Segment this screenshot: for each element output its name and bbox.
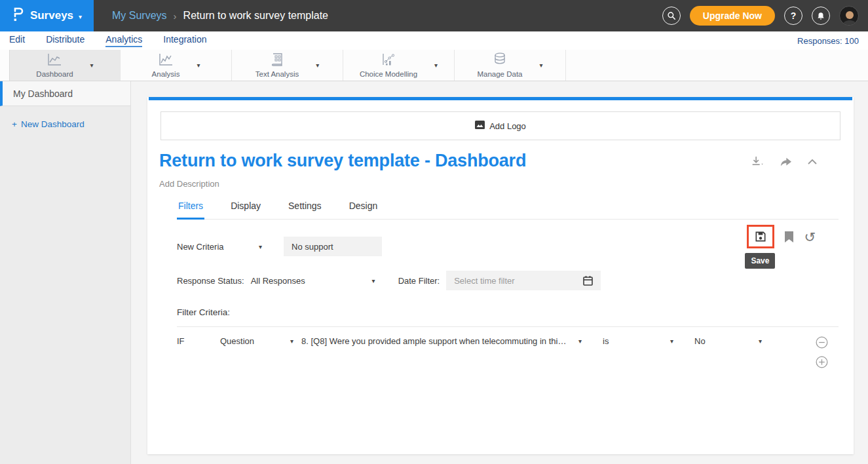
remove-criteria-button[interactable] [816, 336, 828, 349]
bell-icon [816, 11, 825, 21]
tab-design[interactable]: Design [348, 201, 379, 219]
search-icon [667, 11, 676, 20]
add-logo-label: Add Logo [489, 121, 526, 131]
tab-settings[interactable]: Settings [287, 201, 323, 219]
criteria-row-controls [816, 336, 828, 368]
filter-actions: Save ↺ [747, 225, 816, 248]
database-icon [493, 52, 507, 69]
calendar-icon [583, 275, 593, 286]
criteria-type-value: Question [220, 336, 254, 346]
breadcrumb: My Surveys › Return to work survey templ… [112, 10, 328, 22]
page-title: Return to work survey template - Dashboa… [159, 151, 526, 171]
product-switcher[interactable]: Surveys ▾ [0, 0, 94, 31]
card-accent-bar [149, 97, 852, 100]
search-button[interactable] [662, 7, 681, 25]
tab-display[interactable]: Display [229, 201, 262, 219]
toolbar-item-dashboard[interactable]: Dashboard ▾ [9, 50, 121, 81]
plus-icon: + [12, 119, 17, 129]
criteria-operator-value: is [603, 336, 609, 346]
chevron-down-icon[interactable]: ▾ [540, 62, 543, 69]
sidebar-item-my-dashboard[interactable]: My Dashboard [0, 81, 130, 106]
notifications-button[interactable] [812, 7, 830, 25]
date-filter-input[interactable]: Select time filter [446, 271, 601, 290]
main-area: Add Logo Return to work survey template … [131, 81, 868, 464]
nav-item-analytics[interactable]: Analytics [105, 34, 142, 47]
toolbar-item-text-analysis[interactable]: Text Analysis ▾ [232, 50, 343, 81]
top-header: Surveys ▾ My Surveys › Return to work su… [0, 0, 868, 31]
header-actions: Upgrade Now ? [662, 6, 868, 26]
line-chart-icon [158, 53, 174, 69]
download-icon [750, 156, 764, 168]
share-button[interactable] [779, 157, 793, 168]
scatter-chart-icon [381, 53, 396, 69]
breadcrumb-my-surveys[interactable]: My Surveys [112, 10, 167, 22]
plus-circle-icon [816, 356, 828, 368]
chevron-down-icon[interactable]: ▾ [197, 62, 200, 69]
image-icon [475, 120, 485, 132]
add-logo-button[interactable]: Add Logo [160, 111, 840, 140]
chevron-down-icon[interactable]: ▾ [90, 62, 94, 69]
toolbar-item-label: Manage Data [477, 70, 522, 78]
save-button[interactable]: Save [747, 225, 774, 248]
dashboard-card: Add Logo Return to work survey template … [147, 97, 854, 454]
document-grid-icon [270, 53, 284, 69]
toolbar-item-analysis[interactable]: Analysis ▾ [121, 50, 232, 81]
toolbar-item-manage-data-body: Manage Data [477, 52, 522, 78]
chevron-down-icon[interactable]: ▾ [434, 62, 438, 69]
toolbar-item-manage-data[interactable]: Manage Data ▾ [455, 50, 566, 81]
response-status-dropdown[interactable]: All Responses ▾ [251, 276, 375, 286]
upgrade-now-button[interactable]: Upgrade Now [690, 6, 775, 26]
add-description-field[interactable]: Add Description [159, 179, 854, 189]
nav-item-integration[interactable]: Integration [163, 34, 206, 47]
criteria-dropdown[interactable]: New Criteria ▾ [177, 242, 262, 252]
criteria-operator-dropdown[interactable]: is ▾ [603, 336, 673, 346]
criteria-name-input[interactable]: No support [284, 237, 382, 256]
reset-button[interactable]: ↺ [804, 230, 816, 244]
criteria-type-dropdown[interactable]: Question ▾ [220, 336, 293, 346]
breadcrumb-current: Return to work survey template [183, 10, 328, 22]
analytics-toolbar: Dashboard ▾ Analysis ▾ Text Analysis ▾ C… [0, 50, 868, 81]
avatar[interactable] [839, 6, 859, 26]
criteria-row: IF Question ▾ 8. [Q8] Were you provided … [177, 336, 839, 346]
dashboard-tabs: Filters Display Settings Design [177, 201, 839, 220]
collapse-button[interactable] [807, 159, 818, 165]
tab-filters[interactable]: Filters [177, 201, 204, 220]
toolbar-item-label: Text Analysis [255, 70, 299, 78]
chevron-down-icon: ▾ [670, 338, 673, 345]
bookmark-icon [784, 231, 794, 243]
brand-logo-icon [12, 7, 25, 24]
add-criteria-button[interactable] [816, 356, 828, 368]
line-chart-icon [47, 53, 62, 69]
save-icon [754, 230, 767, 243]
responses-count: Responses: 100 [797, 36, 859, 46]
dashboard-sidebar: My Dashboard + New Dashboard [0, 81, 131, 464]
chevron-down-icon[interactable]: ▾ [316, 62, 319, 69]
criteria-value-dropdown[interactable]: No ▾ [694, 336, 762, 346]
survey-section-nav: Edit Distribute Analytics Integration Re… [0, 31, 868, 50]
nav-item-distribute[interactable]: Distribute [46, 34, 85, 47]
share-icon [779, 157, 793, 168]
toolbar-item-label: Dashboard [36, 70, 73, 78]
chevron-up-icon [807, 159, 818, 165]
bookmark-button[interactable] [784, 231, 794, 243]
toolbar-item-choice-modelling[interactable]: Choice Modelling ▾ [343, 50, 455, 81]
criteria-value: No [694, 336, 706, 346]
if-label: IF [177, 336, 220, 346]
toolbar-item-choice-modelling-body: Choice Modelling [360, 53, 417, 78]
question-mark-icon: ? [791, 10, 797, 21]
breadcrumb-separator-icon: › [174, 10, 177, 22]
criteria-dropdown-value: New Criteria [177, 242, 224, 252]
criteria-question-dropdown[interactable]: 8. [Q8] Were you provided ample support … [301, 336, 582, 346]
help-button[interactable]: ? [784, 7, 802, 25]
chevron-down-icon: ▾ [372, 277, 375, 284]
date-filter-label: Date Filter: [398, 276, 440, 286]
toolbar-item-label: Analysis [152, 70, 180, 78]
brand-label: Surveys [30, 9, 73, 22]
toolbar-item-label: Choice Modelling [360, 70, 417, 78]
new-dashboard-button[interactable]: + New Dashboard [12, 119, 130, 129]
chevron-down-icon: ▾ [578, 338, 582, 345]
dashboard-actions [750, 156, 818, 168]
filter-criteria-label: Filter Criteria: [177, 307, 854, 317]
nav-item-edit[interactable]: Edit [9, 34, 25, 47]
download-button[interactable] [750, 156, 764, 168]
